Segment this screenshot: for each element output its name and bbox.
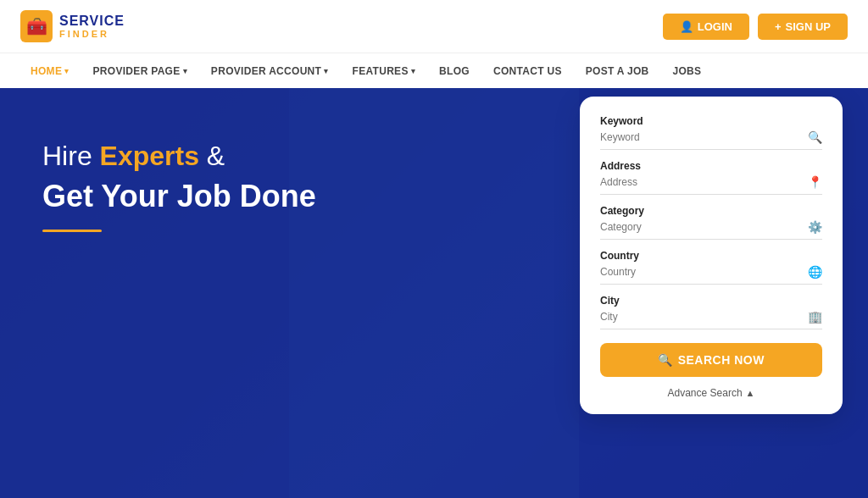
- chevron-down-icon: ▾: [411, 67, 415, 75]
- address-label: Address: [600, 160, 822, 172]
- address-input[interactable]: [600, 176, 808, 188]
- keyword-input-wrap: 🔍: [600, 130, 822, 150]
- location-icon: 📍: [808, 175, 822, 189]
- search-field-city: City 🏢: [600, 295, 822, 329]
- category-input[interactable]: [600, 221, 808, 233]
- hero-divider: [42, 230, 102, 232]
- search-btn-icon: 🔍: [658, 353, 673, 367]
- logo-text: SERVICE FINDER: [59, 14, 125, 39]
- nav-item-jobs[interactable]: JOBS: [663, 53, 712, 89]
- main-navigation: HOME ▾ PROVIDER PAGE ▾ PROVIDER ACCOUNT …: [0, 53, 868, 88]
- brand-service: SERVICE: [59, 14, 125, 29]
- nav-item-post-job[interactable]: POST A JOB: [576, 53, 659, 89]
- chevron-up-icon: ▲: [746, 388, 755, 398]
- search-field-address: Address 📍: [600, 160, 822, 195]
- keyword-input[interactable]: [600, 131, 808, 143]
- building-icon: 🏢: [808, 310, 822, 324]
- login-icon: 👤: [680, 20, 693, 33]
- brand-finder: FINDER: [59, 29, 125, 39]
- search-panel: Keyword 🔍 Address 📍 Category ⚙️ Country: [580, 97, 843, 414]
- nav-item-provider-page[interactable]: PROVIDER PAGE ▾: [83, 53, 198, 89]
- signup-button[interactable]: + SIGN UP: [758, 14, 848, 40]
- country-label: Country: [600, 250, 822, 262]
- chevron-down-icon: ▾: [183, 67, 187, 75]
- country-input-wrap: 🌐: [600, 265, 822, 285]
- hero-highlight: Experts: [100, 141, 199, 171]
- search-field-country: Country 🌐: [600, 250, 822, 285]
- hero-content: Hire Experts & Get Your Job Done: [0, 88, 359, 498]
- chevron-down-icon: ▾: [64, 67, 69, 75]
- login-label: LOGIN: [698, 20, 732, 33]
- logo[interactable]: 🧰 SERVICE FINDER: [20, 10, 125, 42]
- category-input-wrap: ⚙️: [600, 220, 822, 240]
- category-icon: ⚙️: [808, 220, 822, 234]
- hero-line1-suffix: &: [199, 141, 225, 171]
- city-input-wrap: 🏢: [600, 310, 822, 329]
- hero-title: Get Your Job Done: [42, 178, 316, 214]
- globe-icon: 🌐: [808, 265, 822, 279]
- login-button[interactable]: 👤 LOGIN: [663, 14, 749, 40]
- advance-search-toggle[interactable]: Advance Search ▲: [600, 387, 822, 399]
- nav-item-contact[interactable]: CONTACT US: [483, 53, 572, 89]
- nav-item-home[interactable]: HOME ▾: [20, 53, 80, 89]
- hero-subtitle: Hire Experts &: [42, 139, 316, 174]
- address-input-wrap: 📍: [600, 175, 822, 195]
- city-input[interactable]: [600, 311, 808, 323]
- signup-label: SIGN UP: [786, 20, 831, 33]
- hero-line1-plain: Hire: [42, 141, 100, 171]
- country-input[interactable]: [600, 266, 808, 278]
- logo-icon: 🧰: [20, 10, 53, 42]
- signup-icon: +: [775, 20, 782, 33]
- nav-item-features[interactable]: FEATURES ▾: [342, 53, 426, 89]
- chevron-down-icon: ▾: [324, 67, 328, 75]
- search-now-button[interactable]: 🔍 SEARCH NOW: [600, 343, 822, 377]
- main-area: Hire Experts & Get Your Job Done Keyword…: [0, 88, 868, 498]
- city-label: City: [600, 295, 822, 307]
- category-label: Category: [600, 205, 822, 217]
- search-btn-label: SEARCH NOW: [678, 353, 765, 367]
- nav-item-blog[interactable]: BLOG: [429, 53, 480, 89]
- nav-item-provider-account[interactable]: PROVIDER ACCOUNT ▾: [201, 53, 339, 89]
- header-buttons: 👤 LOGIN + SIGN UP: [663, 14, 848, 40]
- search-icon: 🔍: [808, 130, 822, 144]
- header: 🧰 SERVICE FINDER 👤 LOGIN + SIGN UP: [0, 0, 868, 53]
- search-field-keyword: Keyword 🔍: [600, 115, 822, 150]
- search-field-category: Category ⚙️: [600, 205, 822, 240]
- keyword-label: Keyword: [600, 115, 822, 127]
- advance-search-label: Advance Search: [668, 387, 743, 399]
